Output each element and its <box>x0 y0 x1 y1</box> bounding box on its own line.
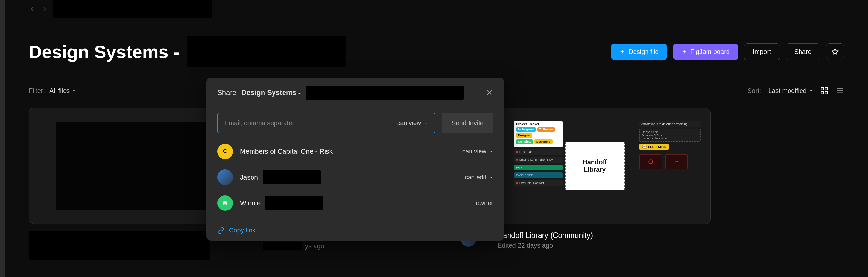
close-icon[interactable] <box>485 89 493 97</box>
share-row-user: W Winnie owner <box>217 190 493 216</box>
chevron-down-icon <box>489 149 493 154</box>
modal-title: Share Design Systems - <box>217 86 464 100</box>
member-name: Members of Capital One - Risk <box>240 148 333 155</box>
share-row-user: Jason can edit <box>217 164 493 190</box>
send-invite-label: Send Invite <box>452 119 484 127</box>
modal-title-strong: Design Systems - <box>242 89 301 97</box>
user-name: Winnie <box>240 199 260 207</box>
chevron-down-icon <box>424 121 428 125</box>
share-modal: Share Design Systems - can view Send Inv… <box>206 78 504 241</box>
send-invite-button[interactable]: Send Invite <box>442 113 493 133</box>
permission-dropdown[interactable]: can edit <box>465 174 493 181</box>
share-row-members: C Members of Capital One - Risk can view <box>217 138 493 164</box>
owner-label: owner <box>476 199 493 207</box>
avatar <box>217 170 233 185</box>
email-input[interactable] <box>224 119 397 127</box>
link-icon <box>217 227 224 234</box>
avatar: W <box>217 195 233 211</box>
modal-title-prefix: Share <box>217 89 237 97</box>
email-field-wrap[interactable]: can view <box>217 113 435 133</box>
modal-title-redacted <box>306 86 464 100</box>
copy-link-label: Copy link <box>229 227 255 234</box>
permission-dropdown[interactable]: can view <box>462 148 493 155</box>
chevron-down-icon <box>489 175 493 180</box>
user-name: Jason <box>240 173 258 181</box>
user-name-redacted <box>262 170 321 184</box>
copy-link-button[interactable]: Copy link <box>217 227 493 234</box>
user-name-redacted <box>265 196 323 210</box>
invite-permission-dropdown[interactable]: can view <box>397 119 428 127</box>
avatar: C <box>217 144 233 159</box>
modal-overlay: Share Design Systems - can view Send Inv… <box>0 0 868 277</box>
